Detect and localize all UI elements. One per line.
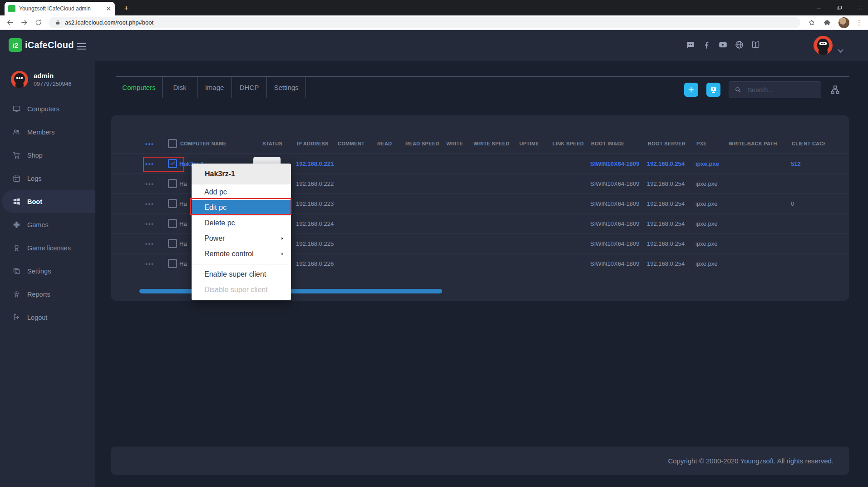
address-bar[interactable]: as2.icafecloud.com/root.php#boot — [49, 17, 800, 28]
row-checkbox[interactable] — [168, 259, 177, 268]
cell-text-name: Ha — [179, 240, 187, 247]
row-select-cell — [166, 219, 179, 228]
menu-item-edit-pc[interactable]: Edit pc — [192, 200, 291, 215]
column-header-link-speed[interactable]: LINK SPEED — [552, 141, 590, 146]
lock-icon[interactable] — [55, 20, 61, 25]
row-checkbox[interactable] — [168, 239, 177, 248]
column-header-read-speed[interactable]: READ SPEED — [404, 141, 445, 146]
menu-item-remote-control[interactable]: Remote control — [192, 246, 291, 262]
menu-item-delete-pc[interactable]: Delete pc — [192, 215, 291, 231]
brand[interactable]: i2 iCafeCloud — [9, 38, 74, 52]
menu-item-add-pc[interactable]: Add pc — [192, 184, 291, 200]
book-icon[interactable] — [751, 40, 760, 50]
row-actions[interactable]: ••• — [145, 199, 166, 208]
new-tab-button[interactable]: + — [121, 3, 132, 14]
tab-image[interactable]: Image — [197, 77, 232, 98]
row-actions-header[interactable]: ••• — [145, 139, 166, 148]
column-header-write-speed[interactable]: WRITE SPEED — [473, 141, 518, 146]
window-restore-button[interactable] — [833, 1, 846, 14]
menu-item-disable-super-client[interactable]: Disable super client — [192, 282, 291, 298]
app-header: i2 iCafeCloud — [0, 30, 868, 61]
tab-computers[interactable]: Computers — [116, 77, 163, 98]
back-button[interactable] — [6, 19, 14, 26]
sidebar-item-computers[interactable]: Computers — [0, 97, 95, 120]
menu-item-enable-super-client[interactable]: Enable super client — [192, 267, 291, 282]
sidebar-item-shop[interactable]: Shop — [0, 144, 95, 167]
chevron-down-icon[interactable] — [838, 47, 843, 52]
column-header-read[interactable]: READ — [376, 141, 404, 146]
add-pc-button[interactable] — [706, 83, 720, 97]
browser-profile-avatar[interactable] — [838, 17, 849, 28]
column-header-pxe[interactable]: PXE — [695, 141, 728, 146]
row-actions[interactable]: ••• — [145, 179, 166, 188]
column-header-uptime[interactable]: UPTIME — [518, 141, 552, 146]
column-header-boot-server[interactable]: BOOT SERVER — [647, 141, 695, 146]
sidebar-item-games[interactable]: Games — [0, 213, 95, 236]
menu-item-power[interactable]: Power — [192, 231, 291, 246]
cell-ip: 192.168.0.226 — [296, 259, 337, 268]
select-all-cell — [166, 139, 179, 148]
menu-item-label: Remote control — [204, 250, 254, 258]
row-select-cell — [166, 239, 179, 248]
sidebar-item-reports[interactable]: Reports — [0, 283, 95, 306]
cell-ip: 192.168.0.224 — [296, 219, 337, 228]
row-checkbox[interactable] — [168, 159, 177, 168]
cell-boot_server: 192.168.0.254 — [647, 259, 695, 268]
sidebar-item-logout[interactable]: Logout — [0, 306, 95, 329]
sidebar-item-game-licenses[interactable]: Game licenses — [0, 236, 95, 259]
window-minimize-button[interactable] — [812, 1, 825, 14]
row-checkbox[interactable] — [168, 219, 177, 228]
cell-text-pxe: ipxe.pxe — [695, 220, 717, 227]
column-header-computer-name[interactable]: COMPUTER NAME — [179, 141, 253, 146]
add-button[interactable] — [684, 83, 698, 97]
sidebar-item-settings[interactable]: Settings — [0, 259, 95, 283]
tab-disk[interactable]: Disk — [163, 77, 197, 98]
tab-close-icon[interactable]: ✕ — [106, 5, 111, 12]
column-header-boot-image[interactable]: BOOT IMAGE — [590, 141, 647, 146]
tab-dhcp[interactable]: DHCP — [232, 77, 267, 98]
discord-icon[interactable] — [686, 40, 695, 50]
youtube-icon[interactable] — [718, 40, 728, 50]
column-header-ip-address[interactable]: IP ADDRESS — [296, 141, 337, 146]
globe-icon[interactable] — [735, 40, 744, 50]
column-header-status[interactable]: STATUS — [253, 141, 296, 146]
sidebar-item-boot[interactable]: Boot — [2, 190, 95, 213]
sidebar-item-logs[interactable]: Logs — [0, 167, 95, 190]
topology-icon[interactable] — [830, 84, 840, 95]
cell-ip: 192.168.0.222 — [296, 179, 337, 188]
window-close-button[interactable] — [853, 1, 867, 14]
extensions-icon[interactable] — [823, 19, 831, 27]
refresh-button[interactable] — [35, 19, 42, 26]
browser-tab[interactable]: Youngzsoft iCafeCloud admin ✕ — [5, 2, 115, 15]
search-input[interactable] — [747, 86, 821, 94]
column-header-write[interactable]: WRITE — [445, 141, 473, 146]
row-checkbox[interactable] — [168, 179, 177, 188]
row-actions[interactable]: ••• — [145, 219, 166, 228]
star-icon[interactable] — [808, 19, 816, 27]
cell-text-ip: 192.168.0.224 — [296, 220, 334, 227]
hamburger-menu-icon[interactable] — [77, 41, 86, 51]
row-actions[interactable]: ••• — [145, 259, 166, 268]
cell-boot_image: SIWIN10X64-1809 — [590, 159, 647, 168]
cell-pxe: ipxe.pxe — [695, 179, 728, 188]
column-header-comment[interactable]: COMMENT — [337, 141, 376, 146]
caret-right-icon — [280, 236, 285, 241]
sidebar-item-label: Game licenses — [27, 244, 71, 252]
sidebar-item-members[interactable]: Members — [0, 120, 95, 144]
sidebar-item-label: Settings — [27, 268, 51, 275]
select-all-checkbox[interactable] — [168, 139, 177, 148]
games-icon — [12, 220, 21, 229]
row-actions[interactable]: ••• — [145, 159, 166, 168]
row-actions[interactable]: ••• — [145, 239, 166, 248]
cell-text-boot_image: SIWIN10X64-1809 — [590, 220, 639, 227]
cell-text-boot_server: 192.168.0.254 — [647, 240, 685, 247]
facebook-icon[interactable] — [702, 40, 711, 50]
column-header-client-cache[interactable]: CLIENT CACHE — [791, 141, 825, 146]
browser-menu-icon[interactable]: ⋮ — [856, 19, 863, 27]
user-avatar[interactable] — [814, 36, 833, 55]
row-checkbox[interactable] — [168, 199, 177, 208]
column-header-write-back-path[interactable]: WRITE-BACK PATH — [728, 141, 791, 146]
tab-settings[interactable]: Settings — [267, 77, 306, 98]
forward-button[interactable] — [20, 19, 28, 26]
user-name: admin — [34, 72, 71, 80]
